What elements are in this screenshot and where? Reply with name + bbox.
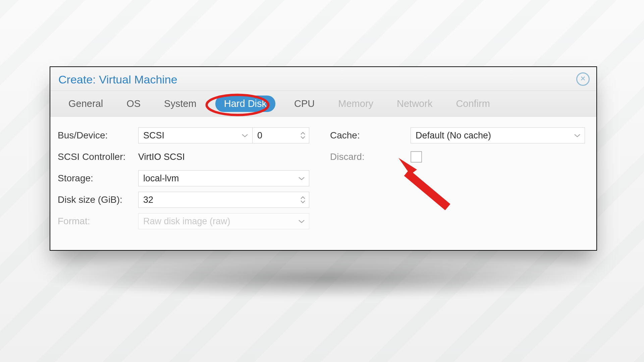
storage-select[interactable]: local-lvm: [138, 170, 309, 186]
bus-select-value: SCSI: [143, 130, 164, 141]
device-index-value: 0: [257, 130, 262, 141]
row-discard: Discard:: [330, 146, 589, 168]
chevron-down-icon: [574, 133, 581, 138]
scsi-controller-value: VirtIO SCSI: [138, 149, 190, 165]
tab-general[interactable]: General: [64, 96, 108, 111]
format-label: Format:: [58, 216, 138, 227]
scsi-controller-label: SCSI Controller:: [58, 152, 138, 162]
dialog-title: Create: Virtual Machine: [58, 73, 177, 86]
tab-hard-disk[interactable]: Hard Disk: [215, 96, 275, 112]
chevron-down-icon: [298, 219, 305, 224]
tab-network: Network: [392, 96, 437, 111]
row-storage: Storage: local-lvm: [58, 168, 317, 189]
disk-size-spinner[interactable]: 32: [138, 192, 309, 208]
bus-device-label: Bus/Device:: [58, 130, 138, 141]
device-index-spinner[interactable]: 0: [252, 127, 309, 143]
wizard-tabbar: General OS System Hard Disk CPU Memory N…: [50, 91, 596, 117]
form-area: Bus/Device: SCSI 0: [50, 117, 596, 251]
cache-select[interactable]: Default (No cache): [411, 127, 585, 143]
spinner-buttons-icon: [300, 196, 306, 203]
chevron-down-icon: [298, 176, 305, 181]
discard-checkbox[interactable]: [411, 151, 422, 163]
tab-memory: Memory: [333, 96, 378, 111]
row-scsi-controller: SCSI Controller: VirtIO SCSI: [58, 146, 317, 168]
close-button[interactable]: [576, 72, 590, 86]
disk-size-label: Disk size (GiB):: [58, 194, 138, 205]
storage-select-value: local-lvm: [143, 173, 179, 184]
window-shadow: [40, 258, 604, 298]
discard-label: Discard:: [330, 152, 411, 162]
tab-os[interactable]: OS: [122, 96, 145, 111]
close-icon: [580, 75, 586, 83]
tab-cpu[interactable]: CPU: [289, 96, 319, 111]
left-column: Bus/Device: SCSI 0: [58, 125, 317, 251]
format-select-value: Raw disk image (raw): [143, 216, 230, 227]
bus-select[interactable]: SCSI: [138, 127, 252, 143]
dialog-header: Create: Virtual Machine: [50, 67, 596, 91]
tab-system[interactable]: System: [159, 96, 201, 111]
spinner-buttons-icon: [300, 132, 306, 139]
create-vm-dialog: Create: Virtual Machine General OS Syste…: [50, 66, 597, 251]
cache-select-value: Default (No cache): [416, 130, 491, 141]
disk-size-value: 32: [143, 195, 153, 205]
row-disk-size: Disk size (GiB): 32: [58, 189, 317, 210]
format-select: Raw disk image (raw): [138, 213, 309, 229]
right-column: Cache: Default (No cache) Discard:: [330, 125, 589, 251]
chevron-down-icon: [241, 133, 248, 138]
row-format: Format: Raw disk image (raw): [58, 210, 317, 232]
tab-confirm: Confirm: [451, 96, 495, 111]
row-cache: Cache: Default (No cache): [330, 125, 589, 146]
row-bus-device: Bus/Device: SCSI 0: [58, 125, 317, 146]
cache-label: Cache:: [330, 130, 411, 141]
storage-label: Storage:: [58, 173, 138, 184]
